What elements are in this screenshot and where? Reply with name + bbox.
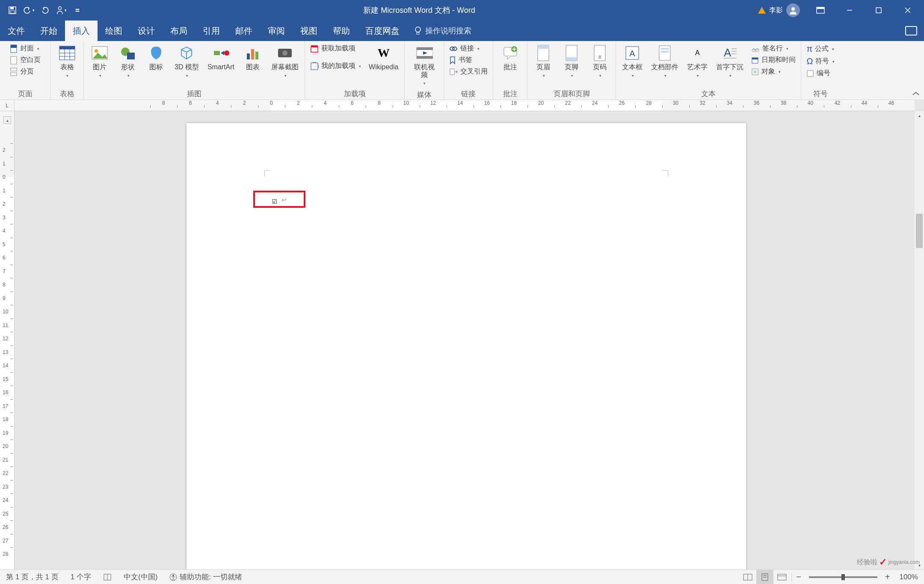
signature-line-button[interactable]: 签名行▾ [749,43,798,54]
blank-page-icon [10,56,18,65]
web-layout-button[interactable] [773,570,791,584]
group-illustrations: 图片▾ 形状▾ 图标 3D 模型▾ SmartArt 图表 屏幕截图▾ 插图 [84,41,305,100]
user-account[interactable]: 李影 [754,3,804,17]
object-button[interactable]: 对象▾ [749,66,798,77]
svg-rect-58 [661,48,669,50]
smartart-button[interactable]: SmartArt [204,43,238,73]
number-button[interactable]: 编号 [804,68,837,79]
icons-button[interactable]: 图标 [143,43,169,73]
close-icon [904,7,911,14]
ribbon-display-button[interactable] [808,0,833,21]
ruler-up-button[interactable]: ▴ [3,116,11,124]
group-addins: 获取加载项 我的加载项▾ WWikipedia 加载项 [305,41,405,100]
shapes-button[interactable]: 形状▾ [115,43,141,81]
read-icon [743,574,752,581]
vertical-scrollbar[interactable]: ▴ ▾ [915,111,924,569]
redo-button[interactable] [38,3,52,18]
page-break-button[interactable]: 分页 [7,66,43,77]
workspace: L 86420246810121416182022242628303234363… [0,100,924,569]
zoom-handle[interactable] [841,574,845,580]
tab-mail[interactable]: 邮件 [228,21,260,41]
zoom-level[interactable]: 100% [894,573,924,581]
shapes-icon [120,46,136,60]
svg-text:#: # [598,54,601,60]
cover-page-button[interactable]: 封面▾ [7,43,43,54]
touch-mode-button[interactable]: ▾ [54,3,68,18]
svg-rect-50 [538,45,549,49]
chart-button[interactable]: 图表 [240,43,266,73]
word-count[interactable]: 1 个字 [65,572,97,582]
page-status[interactable]: 第 1 页，共 1 页 [0,572,65,582]
page[interactable]: ☑ ↵ [187,123,746,569]
tab-baidu[interactable]: 百度网盘 [358,21,407,41]
maximize-button[interactable] [866,0,891,21]
spell-check-button[interactable] [97,573,118,581]
tab-layout[interactable]: 布局 [163,21,195,41]
horizontal-ruler[interactable]: 8642024681012141618202224262830323436384… [15,100,915,111]
picture-button[interactable]: 图片▾ [86,43,113,81]
dropcap-button[interactable]: A首字下沉▾ [713,43,747,81]
tab-help[interactable]: 帮助 [325,21,358,41]
close-button[interactable] [895,0,921,21]
tab-draw[interactable]: 绘图 [98,21,130,41]
scroll-thumb[interactable] [916,214,923,248]
get-addins-button[interactable]: 获取加载项 [308,43,364,54]
print-layout-button[interactable] [756,570,773,584]
minimize-button[interactable] [837,0,862,21]
quickparts-button[interactable]: 文档部件▾ [648,43,682,81]
tab-view[interactable]: 视图 [293,21,325,41]
wikipedia-button[interactable]: WWikipedia [365,43,402,73]
group-pages: 封面▾ 空白页 分页 页面 [0,41,50,100]
tab-design[interactable]: 设计 [130,21,163,41]
my-addins-button[interactable]: 我的加载项▾ [308,60,364,72]
tab-insert[interactable]: 插入 [65,21,98,41]
footer-button[interactable]: 页脚▾ [558,43,585,81]
svg-rect-1 [10,7,14,9]
tab-file[interactable]: 文件 [0,21,33,41]
link-button[interactable]: 链接▾ [447,43,490,54]
language-status[interactable]: 中文(中国) [118,572,163,582]
tab-references[interactable]: 引用 [195,21,228,41]
collapse-ribbon-button[interactable] [912,91,920,96]
bookmark-button[interactable]: 书签 [447,54,490,66]
watermark: 经验啦✓ jingyanla.com [857,557,920,568]
textbox-button[interactable]: A文本框▾ [619,43,646,81]
tab-review[interactable]: 审阅 [260,21,293,41]
ruler-corner[interactable]: L [0,100,15,111]
picture-icon [91,46,108,60]
page-number-button[interactable]: #页码▾ [586,43,613,81]
comments-icon[interactable] [905,26,917,35]
zoom-in-button[interactable]: + [882,572,894,582]
svg-rect-31 [247,53,250,59]
online-video-button[interactable]: 联机视频▾ [407,43,441,89]
header-button[interactable]: 页眉▾ [530,43,557,81]
dropcap-icon: A [722,45,737,61]
accessibility-status[interactable]: 辅助功能: 一切就绪 [163,572,248,582]
maximize-icon [875,7,882,14]
read-mode-button[interactable] [739,570,756,584]
equation-button[interactable]: π公式▾ [804,43,837,55]
screenshot-button[interactable]: 屏幕截图▾ [268,43,302,81]
margin-mark-tl [264,170,270,176]
save-button[interactable] [5,3,20,18]
tell-me-search[interactable] [407,21,509,41]
table-button[interactable]: 表格▾ [54,43,80,81]
qat-customize-button[interactable]: 〓 [70,3,85,18]
zoom-slider[interactable] [809,576,877,578]
undo-button[interactable]: ▾ [21,3,36,18]
tell-me-input[interactable] [425,27,502,35]
link-icon [449,45,458,52]
tab-home[interactable]: 开始 [33,21,65,41]
print-layout-icon [761,573,769,581]
blank-page-button[interactable]: 空白页 [7,54,43,66]
document-area[interactable]: ☑ ↵ [15,111,915,569]
wordart-button[interactable]: A艺术字▾ [684,43,711,81]
datetime-button[interactable]: 日期和时间 [749,54,798,66]
symbol-button[interactable]: Ω符号▾ [804,55,837,68]
vertical-ruler[interactable]: ▴ 21012345678910111213141516171819202122… [0,111,15,569]
zoom-out-button[interactable]: − [793,572,805,582]
3d-model-button[interactable]: 3D 模型▾ [171,43,202,81]
scroll-up-button[interactable]: ▴ [915,111,924,120]
comment-button[interactable]: 批注 [497,43,524,73]
cross-reference-button[interactable]: 交叉引用 [447,66,490,77]
